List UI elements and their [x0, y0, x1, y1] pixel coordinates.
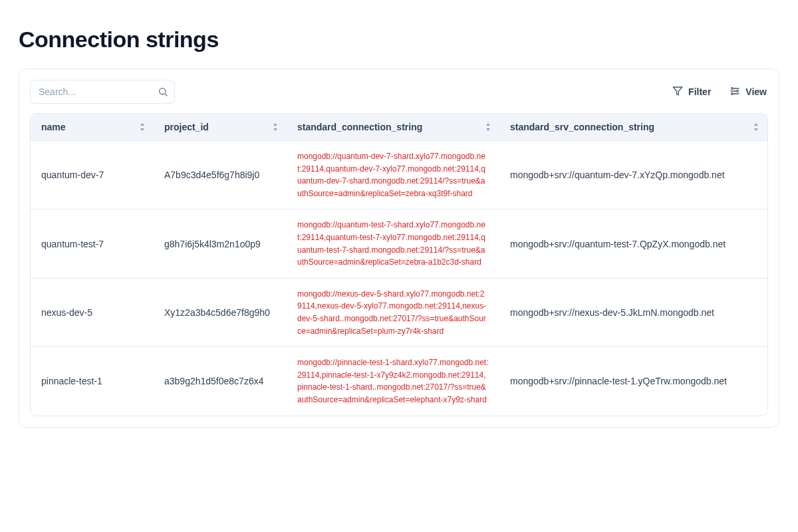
sliders-icon: [730, 86, 740, 98]
cell-standard-srv-connection-string: mongodb+srv://quantum-dev-7.xYzQp.mongod…: [510, 170, 757, 180]
sort-icon: [485, 123, 491, 131]
page-title: Connection strings: [19, 27, 779, 53]
cell-name: quantum-dev-7: [31, 141, 154, 209]
filter-button[interactable]: Filter: [671, 83, 712, 101]
cell-name: nexus-dev-5: [31, 278, 154, 346]
col-header-name[interactable]: name: [31, 114, 154, 141]
cell-standard-connection-string: mongodb://quantum-test-7-shard.xylo77.mo…: [297, 219, 489, 268]
table-row: nexus-dev-5 Xy1z2a3b4c5d6e7f8g9h0 mongod…: [31, 278, 767, 346]
table-header-row: name project_id standard_c: [31, 114, 767, 141]
cell-project-id: g8h7i6j5k4l3m2n1o0p9: [154, 209, 287, 278]
view-label: View: [745, 86, 767, 97]
svg-point-8: [732, 92, 733, 94]
toolbar: Filter View: [30, 80, 768, 104]
search-wrap: [30, 80, 175, 104]
table-row: quantum-test-7 g8h7i6j5k4l3m2n1o0p9 mong…: [31, 209, 767, 278]
cell-project-id: Xy1z2a3b4c5d6e7f8g9h0: [154, 278, 287, 346]
table-row: quantum-dev-7 A7b9c3d4e5f6g7h8i9j0 mongo…: [31, 141, 767, 209]
col-header-project-id-label: project_id: [164, 122, 209, 132]
connections-table: name project_id standard_c: [31, 114, 767, 416]
cell-standard-srv-connection-string: mongodb+srv://pinnacle-test-1.yQeTrw.mon…: [510, 376, 757, 386]
filter-icon: [672, 86, 683, 98]
cell-name: pinnacle-test-1: [31, 347, 154, 416]
col-header-standard-connection-string-label: standard_connection_string: [297, 122, 422, 132]
sort-icon: [753, 123, 759, 131]
col-header-standard-srv-connection-string-label: standard_srv_connection_string: [510, 122, 654, 132]
cell-project-id: A7b9c3d4e5f6g7h8i9j0: [154, 141, 287, 209]
cell-name: quantum-test-7: [31, 209, 154, 278]
filter-label: Filter: [688, 86, 711, 97]
cell-standard-srv-connection-string: mongodb+srv://quantum-test-7.QpZyX.mongo…: [510, 239, 757, 249]
search-input[interactable]: [30, 80, 175, 104]
cell-standard-connection-string: mongodb://nexus-dev-5-shard.xylo77.mongo…: [297, 288, 489, 337]
search-icon: [158, 86, 168, 97]
table-container: name project_id standard_c: [30, 113, 768, 416]
cell-project-id: a3b9g2h1d5f0e8c7z6x4: [154, 347, 287, 416]
svg-point-6: [732, 87, 733, 89]
svg-line-1: [165, 94, 167, 96]
col-header-standard-connection-string[interactable]: standard_connection_string: [287, 114, 499, 141]
sort-icon: [272, 123, 279, 131]
svg-point-0: [160, 88, 166, 94]
table-row: pinnacle-test-1 a3b9g2h1d5f0e8c7z6x4 mon…: [31, 347, 767, 416]
connections-card: Filter View name: [19, 68, 779, 428]
toolbar-actions: Filter View: [671, 83, 768, 101]
cell-standard-srv-connection-string: mongodb+srv://nexus-dev-5.JkLmN.mongodb.…: [510, 307, 757, 318]
view-button[interactable]: View: [728, 83, 768, 101]
svg-point-7: [737, 90, 739, 92]
col-header-name-label: name: [41, 122, 66, 132]
cell-standard-connection-string: mongodb://pinnacle-test-1-shard.xylo77.m…: [297, 356, 489, 406]
cell-standard-connection-string: mongodb://quantum-dev-7-shard.xylo77.mon…: [297, 150, 489, 200]
col-header-project-id[interactable]: project_id: [154, 114, 287, 141]
col-header-standard-srv-connection-string[interactable]: standard_srv_connection_string: [499, 114, 767, 141]
sort-icon: [139, 123, 146, 131]
svg-marker-2: [673, 87, 682, 95]
